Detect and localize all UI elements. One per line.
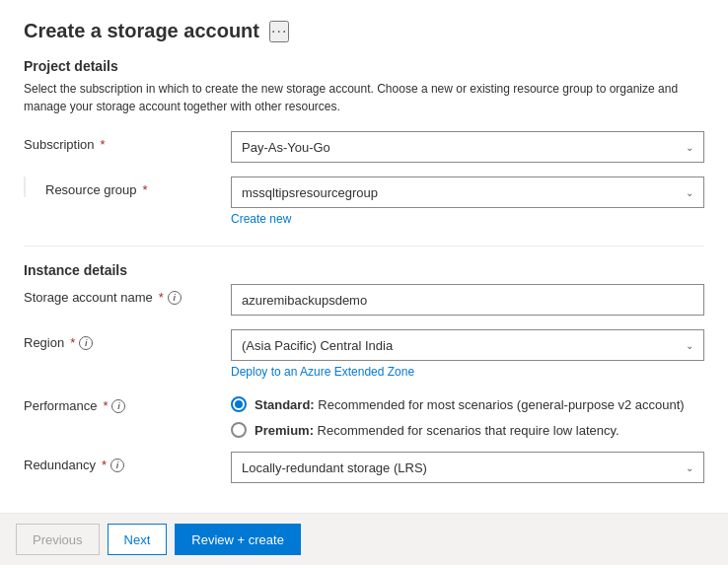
redundancy-required: *	[102, 458, 107, 472]
performance-premium-label: Premium: Recommended for scenarios that …	[255, 423, 619, 438]
review-create-button[interactable]: Review + create	[175, 524, 301, 555]
performance-label: Performance * i	[24, 392, 231, 413]
subscription-required: *	[101, 137, 106, 152]
region-chevron-icon: ⌄	[686, 340, 693, 351]
ellipsis-button[interactable]: ···	[269, 21, 289, 42]
resource-group-chevron-icon: ⌄	[686, 187, 693, 198]
performance-standard-dot	[235, 400, 243, 408]
performance-control: Standard: Recommended for most scenarios…	[231, 392, 704, 438]
performance-premium-radio[interactable]	[231, 422, 247, 438]
region-info-icon[interactable]: i	[79, 336, 93, 350]
resource-group-label: Resource group *	[24, 177, 231, 197]
region-dropdown[interactable]: (Asia Pacific) Central India ⌄	[231, 329, 704, 361]
redundancy-dropdown[interactable]: Locally-redundant storage (LRS) ⌄	[231, 452, 704, 483]
performance-row: Performance * i Standard: Recommended fo…	[24, 392, 704, 438]
region-required: *	[70, 335, 75, 350]
page-title-row: Create a storage account ···	[24, 20, 704, 42]
previous-button[interactable]: Previous	[16, 524, 100, 555]
redundancy-value: Locally-redundant storage (LRS)	[242, 460, 427, 475]
instance-details-title: Instance details	[24, 262, 704, 278]
performance-standard-radio[interactable]	[231, 396, 247, 412]
resource-group-required: *	[143, 182, 148, 197]
performance-standard-label: Standard: Recommended for most scenarios…	[255, 397, 685, 412]
storage-name-required: *	[159, 290, 164, 305]
region-row: Region * i (Asia Pacific) Central India …	[24, 329, 704, 379]
region-value: (Asia Pacific) Central India	[242, 338, 393, 353]
subscription-label: Subscription *	[24, 131, 231, 152]
performance-info-icon[interactable]: i	[111, 399, 125, 413]
resource-group-control: mssqltipsresourcegroup ⌄ Create new	[231, 177, 704, 226]
create-new-link[interactable]: Create new	[231, 212, 291, 226]
performance-standard-rest: Recommended for most scenarios (general-…	[315, 397, 685, 412]
region-label: Region * i	[24, 329, 231, 350]
subscription-chevron-icon: ⌄	[686, 142, 693, 153]
instance-details-section: Instance details Storage account name * …	[24, 262, 704, 483]
storage-account-name-info-icon[interactable]: i	[168, 291, 182, 305]
subscription-control: Pay-As-You-Go ⌄	[231, 131, 704, 163]
resource-group-value: mssqltipsresourcegroup	[242, 185, 378, 200]
next-button[interactable]: Next	[108, 524, 168, 555]
performance-premium-rest: Recommended for scenarios that require l…	[314, 423, 619, 438]
subscription-row: Subscription * Pay-As-You-Go ⌄	[24, 131, 704, 163]
performance-standard-bold: Standard:	[255, 397, 315, 412]
performance-radio-group: Standard: Recommended for most scenarios…	[231, 392, 704, 438]
performance-premium-option[interactable]: Premium: Recommended for scenarios that …	[231, 422, 704, 438]
page-title: Create a storage account	[24, 20, 259, 42]
redundancy-control: Locally-redundant storage (LRS) ⌄	[231, 452, 704, 483]
resource-group-row: Resource group * mssqltipsresourcegroup …	[24, 177, 704, 226]
storage-account-name-row: Storage account name * i	[24, 284, 704, 316]
subscription-dropdown[interactable]: Pay-As-You-Go ⌄	[231, 131, 704, 163]
redundancy-row: Redundancy * i Locally-redundant storage…	[24, 452, 704, 483]
resource-group-dropdown[interactable]: mssqltipsresourcegroup ⌄	[231, 177, 704, 208]
redundancy-label: Redundancy * i	[24, 452, 231, 472]
project-details-section: Project details Select the subscription …	[24, 58, 704, 226]
storage-account-name-label: Storage account name * i	[24, 284, 231, 305]
redundancy-chevron-icon: ⌄	[686, 462, 693, 473]
region-control: (Asia Pacific) Central India ⌄ Deploy to…	[231, 329, 704, 379]
performance-premium-bold: Premium:	[255, 423, 314, 438]
project-details-title: Project details	[24, 58, 704, 74]
redundancy-info-icon[interactable]: i	[110, 459, 124, 472]
deploy-extended-zone-link[interactable]: Deploy to an Azure Extended Zone	[231, 365, 414, 379]
storage-account-name-control	[231, 284, 704, 316]
performance-standard-option[interactable]: Standard: Recommended for most scenarios…	[231, 396, 704, 412]
project-details-description: Select the subscription in which to crea…	[24, 80, 704, 115]
subscription-value: Pay-As-You-Go	[242, 140, 330, 155]
section-divider	[24, 246, 704, 247]
performance-required: *	[103, 398, 108, 413]
footer: Previous Next Review + create	[0, 513, 728, 565]
storage-account-name-input[interactable]	[231, 284, 704, 316]
